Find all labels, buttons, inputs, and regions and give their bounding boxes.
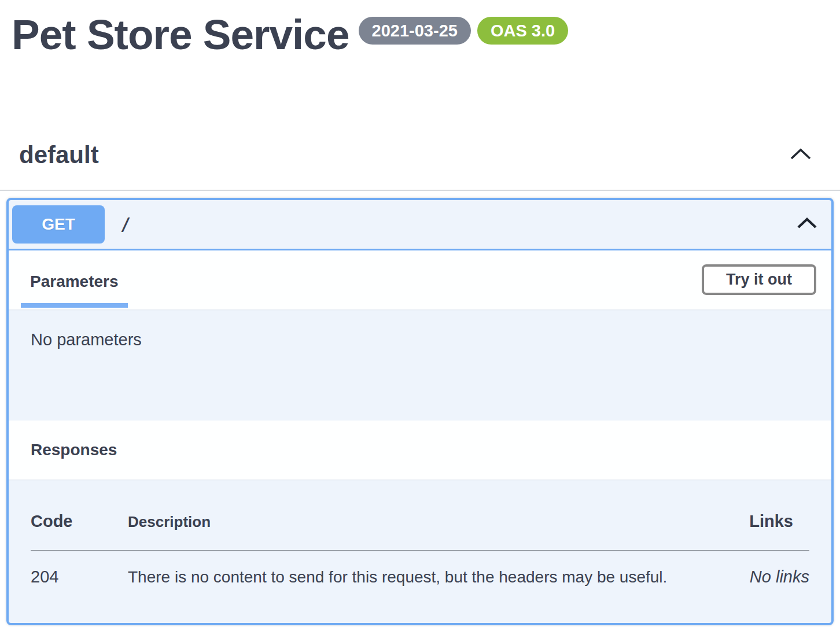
response-row-204: 204 There is no content to send for this… xyxy=(31,551,809,587)
tag-section-header-default[interactable]: default xyxy=(0,141,840,191)
operation-collapse-button[interactable] xyxy=(797,217,817,231)
responses-section-header: Responses xyxy=(9,421,831,480)
column-header-description: Description xyxy=(128,513,676,531)
responses-title: Responses xyxy=(31,441,117,459)
responses-table-header-row: Code Description Links xyxy=(31,480,809,531)
opblock-get-root: GET / Parameters Try it out No parameter… xyxy=(6,198,834,625)
version-badges: 2021-03-25 OAS 3.0 xyxy=(359,17,569,45)
api-info-header: Pet Store Service 2021-03-25 OAS 3.0 xyxy=(0,0,840,57)
response-description: There is no content to send for this req… xyxy=(128,568,676,587)
column-header-links: Links xyxy=(676,512,809,531)
endpoint-path: / xyxy=(120,214,131,234)
column-header-code: Code xyxy=(31,512,128,531)
responses-table: Code Description Links 204 There is no c… xyxy=(9,480,831,623)
http-method-button[interactable]: GET xyxy=(12,205,105,244)
parameters-section-header: Parameters Try it out xyxy=(9,250,831,309)
oas-version-badge: OAS 3.0 xyxy=(477,17,568,45)
chevron-up-icon xyxy=(797,217,817,231)
version-badge: 2021-03-25 xyxy=(359,17,471,45)
no-parameters-text: No parameters xyxy=(31,330,142,349)
response-links: No links xyxy=(676,567,809,587)
parameters-body: No parameters xyxy=(9,309,831,421)
opblock-summary[interactable]: GET / xyxy=(9,200,831,250)
try-it-out-button[interactable]: Try it out xyxy=(702,264,816,295)
chevron-up-icon xyxy=(789,147,812,162)
response-code: 204 xyxy=(31,567,128,587)
tag-title: default xyxy=(19,141,99,169)
tag-collapse-button[interactable] xyxy=(789,147,812,162)
parameters-tab-bar: Parameters xyxy=(21,272,128,309)
tab-parameters[interactable]: Parameters xyxy=(21,272,128,308)
page-title: Pet Store Service xyxy=(12,13,349,57)
